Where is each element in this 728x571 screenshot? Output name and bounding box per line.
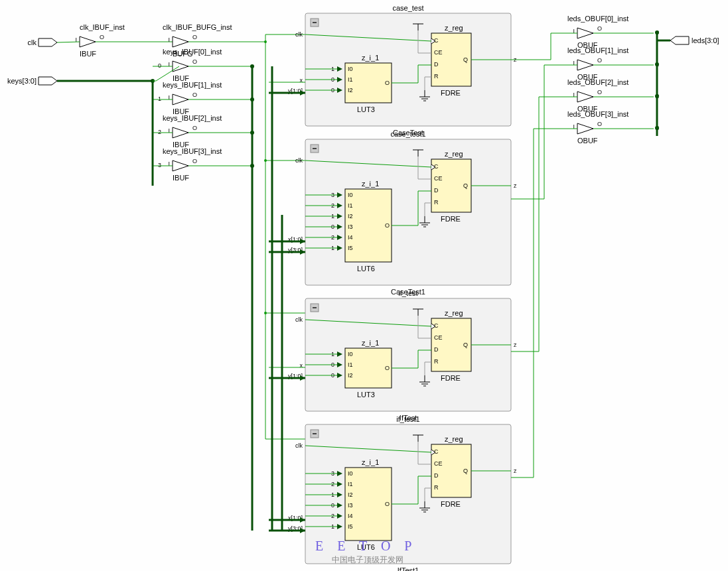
obuf-l3: leds_OBUF[3]_instIOOBUF3 (567, 110, 659, 145)
svg-text:clk: clk (295, 442, 303, 449)
svg-text:I4: I4 (348, 234, 353, 241)
svg-point-44 (264, 159, 267, 162)
svg-text:leds_OBUF[1]_inst: leds_OBUF[1]_inst (567, 46, 628, 54)
svg-text:clk: clk (295, 31, 303, 38)
svg-text:I0: I0 (348, 470, 353, 477)
svg-text:I4: I4 (348, 513, 353, 519)
svg-text:clk: clk (295, 157, 303, 164)
svg-text:Q: Q (463, 56, 468, 63)
ibuf-k1: keys_IBUF[1]_instIOIBUF (163, 81, 222, 115)
svg-text:z_i_1: z_i_1 (362, 458, 379, 466)
svg-text:I2: I2 (348, 87, 353, 94)
svg-text:I0: I0 (348, 66, 353, 72)
svg-text:O: O (597, 121, 602, 127)
block-if_test: if_testIfTestclky[1:0]xz_i_1I01I10I20OLU… (269, 289, 517, 422)
svg-text:clk: clk (28, 38, 37, 46)
svg-text:FDRE: FDRE (441, 215, 461, 223)
svg-text:clk_IBUF_inst: clk_IBUF_inst (80, 23, 125, 31)
svg-text:keys_IBUF[3]_inst: keys_IBUF[3]_inst (163, 147, 222, 155)
port-clk: clk (28, 38, 57, 46)
svg-text:leds_OBUF[2]_inst: leds_OBUF[2]_inst (567, 78, 628, 86)
svg-text:LUT6: LUT6 (357, 265, 375, 273)
collapse-icon[interactable] (311, 19, 319, 27)
svg-text:I3: I3 (348, 502, 353, 509)
svg-text:OBUF: OBUF (577, 137, 598, 145)
collapse-icon[interactable] (311, 430, 319, 438)
svg-text:leds_OBUF[0]_inst: leds_OBUF[0]_inst (567, 15, 628, 23)
svg-text:CE: CE (434, 175, 443, 182)
svg-text:D: D (434, 187, 439, 194)
svg-text:I2: I2 (348, 213, 353, 220)
svg-text:Q: Q (463, 182, 468, 189)
svg-text:O: O (192, 158, 197, 164)
svg-text:clk_IBUF_BUFG_inst: clk_IBUF_BUFG_inst (163, 23, 232, 31)
svg-text:LUT3: LUT3 (357, 391, 375, 399)
svg-text:keys_IBUF[2]_inst: keys_IBUF[2]_inst (163, 114, 222, 122)
svg-text:z_i_1: z_i_1 (362, 54, 379, 62)
svg-text:O: O (192, 92, 197, 98)
svg-text:I5: I5 (348, 245, 353, 251)
svg-text:I: I (168, 36, 170, 43)
svg-text:O: O (597, 57, 602, 64)
svg-text:IBUF: IBUF (80, 50, 96, 58)
collapse-icon[interactable] (311, 304, 319, 312)
svg-text:FDRE: FDRE (441, 374, 461, 382)
svg-text:I3: I3 (348, 223, 353, 230)
obuf-l0: leds_OBUF[0]_instIOOBUF0 (567, 15, 659, 49)
svg-text:O: O (385, 80, 390, 86)
svg-text:z: z (514, 468, 517, 474)
svg-text:CE: CE (434, 334, 443, 341)
svg-text:keys[3:0]: keys[3:0] (7, 77, 36, 85)
svg-text:O: O (192, 34, 197, 40)
svg-text:R: R (434, 199, 439, 206)
svg-text:I5: I5 (348, 523, 353, 530)
svg-text:D: D (434, 472, 439, 479)
svg-text:0: 0 (158, 62, 161, 69)
svg-text:I0: I0 (348, 351, 353, 357)
block-case_test: case_testCaseTestclky[1:0]xz_i_1I01I10I2… (269, 4, 517, 137)
svg-text:case_test1: case_test1 (390, 130, 425, 138)
svg-text:I2: I2 (348, 491, 353, 498)
svg-text:I0: I0 (348, 192, 353, 198)
svg-text:keys_IBUF[0]_inst: keys_IBUF[0]_inst (163, 48, 222, 56)
svg-text:FDRE: FDRE (441, 500, 461, 508)
svg-text:D: D (434, 61, 439, 68)
svg-text:R: R (434, 73, 439, 80)
svg-point-184 (250, 97, 254, 101)
svg-text:2: 2 (158, 129, 161, 135)
svg-text:CE: CE (434, 460, 443, 467)
svg-text:z_i_1: z_i_1 (362, 180, 379, 188)
schematic-diagram: clk keys[3:0] clk_IBUF_inst I O IBUF clk… (0, 0, 728, 571)
collapse-icon[interactable] (311, 145, 319, 153)
svg-text:D: D (434, 346, 439, 353)
svg-point-186 (250, 164, 254, 168)
svg-text:I1: I1 (348, 76, 353, 83)
svg-text:O: O (597, 89, 602, 95)
svg-point-185 (250, 131, 254, 135)
svg-text:z_reg: z_reg (445, 309, 463, 317)
ibuf-k0: keys_IBUF[0]_instIOIBUF (163, 48, 222, 82)
svg-rect-47 (305, 13, 511, 126)
svg-text:O: O (100, 34, 104, 40)
svg-text:z_reg: z_reg (445, 150, 463, 158)
svg-text:O: O (597, 25, 602, 32)
svg-text:R: R (434, 484, 439, 491)
svg-text:LUT3: LUT3 (357, 105, 375, 113)
obuf-l2: leds_OBUF[2]_instIOOBUF2 (567, 78, 659, 113)
svg-text:O: O (385, 222, 390, 229)
watermark-sub: 中国电子顶级开发网 (332, 555, 403, 564)
svg-text:z_reg: z_reg (445, 24, 463, 32)
svg-text:I1: I1 (348, 481, 353, 487)
svg-text:I1: I1 (348, 361, 353, 368)
ibuf-k3: keys_IBUF[3]_instIOIBUF (163, 147, 222, 182)
svg-text:Q: Q (463, 468, 468, 474)
svg-text:z: z (514, 342, 517, 348)
svg-text:O: O (192, 58, 197, 65)
svg-text:O: O (385, 365, 390, 371)
svg-text:leds[3:0]: leds[3:0] (692, 36, 719, 44)
svg-text:if_test: if_test (398, 289, 417, 297)
ibuf-k2: keys_IBUF[2]_instIOIBUF (163, 114, 222, 149)
svg-text:1: 1 (158, 95, 161, 102)
svg-rect-103 (305, 298, 511, 411)
svg-text:Q: Q (463, 342, 468, 348)
